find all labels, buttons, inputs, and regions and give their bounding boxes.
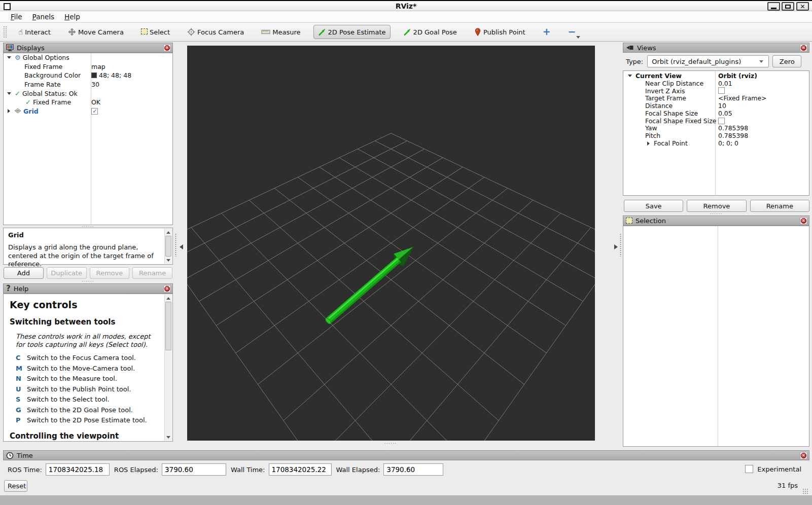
scroll-up-icon[interactable]	[165, 295, 172, 302]
views-close-button[interactable]: ✕	[800, 44, 807, 52]
reset-button[interactable]: Reset	[4, 480, 27, 492]
time-panel-header: Time ✕	[3, 450, 809, 460]
tree-value[interactable]	[91, 108, 98, 115]
collapse-left-panel-icon[interactable]	[180, 244, 183, 249]
time-field-input[interactable]	[269, 463, 332, 476]
tree-value[interactable]: 0.785398	[718, 132, 748, 139]
tree-row-focal-shape-size[interactable]: Focal Shape Size0.05	[623, 110, 809, 117]
help-close-button[interactable]: ✕	[163, 285, 171, 293]
tree-row-invert-z-axis[interactable]: Invert Z Axis	[623, 87, 809, 95]
left-splitter-grip[interactable]	[175, 233, 176, 257]
tree-value[interactable]	[718, 87, 725, 94]
menu-item-panels[interactable]: Panels	[28, 12, 59, 22]
tree-value[interactable]: 0.785398	[718, 124, 748, 132]
tree-row-near-clip-distance[interactable]: Near Clip Distance0.01	[623, 80, 809, 87]
save-view-button[interactable]: Save	[624, 200, 683, 212]
tree-value[interactable]: OK	[91, 98, 100, 106]
expand-down-icon[interactable]	[7, 56, 11, 59]
menu-item-help[interactable]: Help	[60, 12, 85, 22]
expand-right-icon[interactable]	[647, 141, 650, 146]
minimize-button[interactable]	[767, 2, 780, 11]
tree-value[interactable]: <Fixed Frame>	[718, 94, 766, 102]
tree-value[interactable]: Orbit (rviz)	[718, 72, 757, 80]
tree-value[interactable]	[718, 118, 725, 124]
tree-row-focal-point[interactable]: Focal Point0; 0; 0	[623, 139, 809, 147]
tree-checkbox[interactable]	[718, 118, 725, 124]
displays-tree[interactable]: ⚙Global OptionsFixed FramemapBackground …	[3, 53, 173, 225]
views-tree[interactable]: Current ViewOrbit (rviz)Near Clip Distan…	[623, 70, 809, 196]
tree-row-fixed-frame[interactable]: ✓Fixed FrameOK	[4, 98, 172, 107]
scrollbar[interactable]	[164, 229, 172, 264]
scrollbar-thumb[interactable]	[165, 236, 171, 257]
tree-value[interactable]: 0; 0; 0	[718, 139, 738, 147]
experimental-checkbox[interactable]	[745, 465, 753, 473]
scroll-down-icon[interactable]	[165, 257, 172, 264]
views-camera-icon	[626, 44, 634, 51]
tool-add-tool-plus-button[interactable]: +	[538, 25, 555, 40]
splitter-dots[interactable]: ······	[325, 442, 456, 445]
tool-move-camera-button[interactable]: Move Camera	[63, 25, 128, 39]
tree-checkbox[interactable]	[718, 87, 725, 94]
tree-label: Invert Z Axis	[645, 87, 685, 95]
tool-remove-tool-minus-button[interactable]: −	[563, 25, 581, 40]
splitter-dots[interactable]: ······	[3, 280, 173, 283]
menu-item-file[interactable]: File	[6, 12, 27, 22]
expand-right-icon[interactable]	[8, 109, 10, 113]
tree-value[interactable]: 48; 48; 48	[91, 71, 131, 79]
chevron-down-icon[interactable]	[576, 36, 580, 39]
tree-row-distance[interactable]: Distance10	[623, 102, 809, 110]
right-splitter-grip[interactable]	[620, 233, 621, 257]
tool-publish-point-button[interactable]: Publish Point	[470, 25, 530, 40]
tool-select-button[interactable]: Select	[136, 25, 174, 39]
tree-checkbox[interactable]	[91, 108, 98, 115]
tree-row-global-status-ok[interactable]: ✓Global Status: Ok	[4, 89, 172, 98]
tool-interact-button[interactable]: ☝Interact	[14, 25, 55, 39]
tree-row-yaw[interactable]: Yaw0.785398	[623, 125, 809, 132]
zero-button[interactable]: Zero	[772, 55, 801, 67]
tree-row-pitch[interactable]: Pitch0.785398	[623, 132, 809, 139]
tree-row-current-view[interactable]: Current ViewOrbit (rviz)	[623, 72, 809, 80]
scroll-down-icon[interactable]	[165, 434, 172, 441]
remove-view-button[interactable]: Remove	[687, 200, 746, 212]
scroll-up-icon[interactable]	[165, 229, 172, 236]
tree-row-global-options[interactable]: ⚙Global Options	[4, 53, 172, 62]
selection-close-button[interactable]: ✕	[800, 217, 807, 225]
scrollbar[interactable]	[164, 295, 172, 441]
scrollbar-thumb[interactable]	[165, 302, 171, 350]
tree-row-target-frame[interactable]: Target Frame<Fixed Frame>	[623, 94, 809, 102]
title-bar: RViz* ✕	[0, 0, 812, 11]
close-window-button[interactable]: ✕	[796, 2, 809, 11]
tree-value[interactable]: 0.05	[718, 110, 732, 117]
view-type-combobox[interactable]: Orbit (rviz_default_plugins)	[647, 55, 769, 67]
time-field-input[interactable]	[46, 463, 110, 476]
toolbar-grip-handle[interactable]	[3, 26, 7, 38]
tool-2d-pose-estimate-button[interactable]: 2D Pose Estimate	[313, 25, 391, 39]
rename-view-button[interactable]: Rename	[750, 200, 809, 212]
column-divider[interactable]	[718, 226, 718, 446]
displays-close-button[interactable]: ✕	[163, 44, 171, 52]
collapse-right-panel-icon[interactable]	[614, 244, 618, 249]
tree-row-frame-rate[interactable]: Frame Rate30	[4, 80, 172, 89]
tree-value[interactable]: 30	[91, 81, 99, 88]
tree-row-grid[interactable]: Grid	[4, 107, 172, 116]
tree-value[interactable]: 10	[718, 102, 726, 110]
resize-grip[interactable]	[802, 488, 808, 494]
expand-down-icon[interactable]	[7, 92, 11, 95]
tree-value[interactable]: 0.01	[718, 80, 732, 87]
viewport-canvas[interactable]	[187, 46, 595, 441]
experimental-toggle[interactable]: Experimental	[745, 465, 801, 473]
expand-down-icon[interactable]	[628, 75, 632, 77]
add-button[interactable]: Add	[4, 267, 44, 279]
tool-measure-button[interactable]: Measure	[257, 25, 305, 39]
time-close-button[interactable]: ✕	[800, 452, 807, 459]
tool-focus-camera-button[interactable]: Focus Camera	[183, 25, 249, 39]
tree-row-fixed-frame[interactable]: Fixed Framemap	[4, 62, 172, 71]
tool-2d-goal-pose-button[interactable]: 2D Goal Pose	[399, 25, 462, 39]
tree-row-background-color[interactable]: Background Color48; 48; 48	[4, 71, 172, 80]
time-field-input[interactable]	[162, 463, 226, 476]
time-field-input[interactable]	[383, 463, 443, 476]
tree-row-focal-shape-fixed-size[interactable]: Focal Shape Fixed Size	[623, 117, 809, 125]
selection-panel-body[interactable]	[623, 226, 809, 447]
tree-value[interactable]: map	[91, 63, 105, 70]
maximize-button[interactable]	[782, 2, 794, 11]
